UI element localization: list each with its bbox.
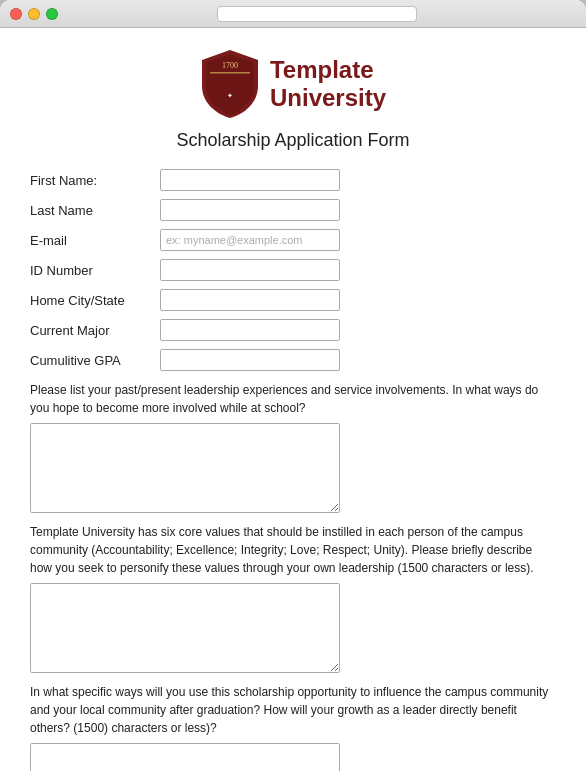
input-lastname[interactable] [160,199,340,221]
label-email: E-mail [30,233,160,248]
university-name-text: Template University [270,56,386,111]
svg-text:1700: 1700 [222,61,238,70]
essay-q2-label: Template University has six core values … [30,523,556,577]
label-firstname: First Name: [30,173,160,188]
titlebar-buttons [10,8,58,20]
form-row-homecity: Home City/State [30,289,556,311]
input-firstname[interactable] [160,169,340,191]
label-lastname: Last Name [30,203,160,218]
essay-q1-label: Please list your past/present leadership… [30,381,556,417]
input-idnumber[interactable] [160,259,340,281]
titlebar-center [58,6,576,22]
label-idnumber: ID Number [30,263,160,278]
essay-q3-textarea[interactable] [30,743,340,771]
close-button[interactable] [10,8,22,20]
label-major: Current Major [30,323,160,338]
logo-area: 1700 ✦ Template University [30,48,556,120]
input-email[interactable] [160,229,340,251]
input-major[interactable] [160,319,340,341]
university-shield-icon: 1700 ✦ [200,48,260,120]
minimize-button[interactable] [28,8,40,20]
page-content: 1700 ✦ Template University Scholarship A… [0,28,586,771]
form-row-major: Current Major [30,319,556,341]
app-window: 1700 ✦ Template University Scholarship A… [0,0,586,771]
titlebar [0,0,586,28]
form-row-email: E-mail [30,229,556,251]
form-row-idnumber: ID Number [30,259,556,281]
form-row-lastname: Last Name [30,199,556,221]
url-bar[interactable] [217,6,417,22]
essay-q1-textarea[interactable] [30,423,340,513]
essay-q3-label: In what specific ways will you use this … [30,683,556,737]
svg-rect-0 [210,72,250,74]
input-gpa[interactable] [160,349,340,371]
input-homecity[interactable] [160,289,340,311]
form-row-gpa: Cumulitive GPA [30,349,556,371]
form-row-firstname: First Name: [30,169,556,191]
maximize-button[interactable] [46,8,58,20]
label-gpa: Cumulitive GPA [30,353,160,368]
university-name: Template University [270,56,386,111]
label-homecity: Home City/State [30,293,160,308]
essay-q2-textarea[interactable] [30,583,340,673]
svg-text:✦: ✦ [227,92,233,100]
form-title: Scholarship Application Form [30,130,556,151]
scholarship-form: First Name: Last Name E-mail ID Number H… [30,169,556,771]
